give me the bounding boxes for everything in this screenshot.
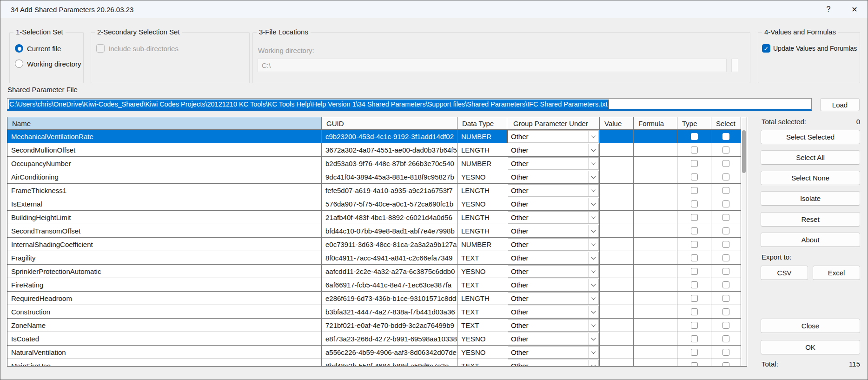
isolate-button[interactable]: Isolate: [761, 191, 860, 206]
type-checkbox[interactable]: [691, 362, 698, 367]
cell-data-type[interactable]: LENGTH: [457, 184, 507, 197]
select-checkbox[interactable]: [722, 268, 729, 275]
select-selected-button[interactable]: Select Selected: [761, 130, 860, 144]
table-row[interactable]: MainFireUse 8bd48e2b-550f-4684-b88d-a59d…: [7, 359, 741, 367]
cell-guid[interactable]: b3bfa321-4447-4a27-838a-f7b441d03a36: [322, 305, 457, 318]
cell-name[interactable]: OccupancyNumber: [7, 157, 322, 170]
cell-guid[interactable]: 8f0c4911-7acc-4941-a841-c2c66efa7349: [322, 251, 457, 264]
table-row[interactable]: AirConditioning 9dc41f04-3894-45a3-881e-…: [7, 170, 741, 184]
select-checkbox[interactable]: [722, 349, 729, 356]
select-all-button[interactable]: Select All: [761, 150, 860, 165]
select-none-button[interactable]: Select None: [761, 171, 860, 185]
select-checkbox[interactable]: [722, 187, 729, 194]
type-checkbox[interactable]: [691, 133, 698, 140]
cell-guid[interactable]: 3672a302-4a07-4551-ae00-dad0b37b64f5: [322, 143, 457, 156]
cell-name[interactable]: BuildingHeightLimit: [7, 211, 322, 224]
cell-formula[interactable]: [634, 157, 677, 170]
cell-value[interactable]: [600, 238, 634, 251]
select-checkbox[interactable]: [722, 308, 729, 315]
group-parameter-dropdown[interactable]: Other: [508, 360, 599, 367]
cell-formula[interactable]: [634, 211, 677, 224]
group-parameter-dropdown[interactable]: Other: [508, 171, 599, 183]
table-row[interactable]: Fragility 8f0c4911-7acc-4941-a841-c2c66e…: [7, 251, 741, 265]
select-checkbox[interactable]: [722, 133, 729, 140]
table-row[interactable]: FrameThickness1 fefe5d07-a619-4a10-a935-…: [7, 184, 741, 197]
cell-guid[interactable]: b2d53a03-9f76-448c-87bf-266b3e70c540: [322, 157, 457, 170]
cell-value[interactable]: [600, 143, 634, 156]
column-header-name[interactable]: Name: [7, 117, 322, 129]
type-checkbox[interactable]: [691, 227, 698, 234]
type-checkbox[interactable]: [691, 187, 698, 194]
select-checkbox[interactable]: [722, 281, 729, 288]
group-parameter-dropdown[interactable]: Other: [508, 157, 599, 170]
group-parameter-dropdown[interactable]: Other: [508, 265, 599, 278]
select-checkbox[interactable]: [722, 241, 729, 248]
cell-formula[interactable]: [634, 238, 677, 251]
cell-formula[interactable]: [634, 251, 677, 264]
cell-guid[interactable]: 576da907-5f75-40ce-a0c1-572ca690fc1b: [322, 197, 457, 210]
load-button[interactable]: Load: [820, 98, 860, 111]
type-checkbox[interactable]: [691, 281, 698, 288]
table-row[interactable]: FireRating 6af66917-fcb5-441c-8e47-1ec63…: [7, 278, 741, 292]
export-csv-button[interactable]: CSV: [761, 266, 808, 280]
select-checkbox[interactable]: [722, 173, 729, 180]
export-excel-button[interactable]: Excel: [813, 266, 860, 280]
radio-working-directory[interactable]: Working directory: [15, 60, 81, 68]
cell-formula[interactable]: [634, 278, 677, 291]
table-row[interactable]: NaturalVentilation a556c226-4b59-4906-aa…: [7, 346, 741, 359]
cell-name[interactable]: MechanicalVentilationRate: [7, 130, 322, 143]
table-row[interactable]: IsExternal 576da907-5f75-40ce-a0c1-572ca…: [7, 197, 741, 211]
cell-name[interactable]: FrameThickness1: [7, 184, 322, 197]
cell-formula[interactable]: [634, 305, 677, 318]
cell-guid[interactable]: a556c226-4b59-4906-aaf3-8d06342d07de: [322, 346, 457, 359]
select-checkbox[interactable]: [722, 227, 729, 234]
select-checkbox[interactable]: [722, 335, 729, 342]
cell-formula[interactable]: [634, 224, 677, 237]
cell-guid[interactable]: e0c73911-3d63-48cc-81ca-2a3a2a9b127a: [322, 238, 457, 251]
help-button[interactable]: ?: [815, 0, 841, 18]
cell-data-type[interactable]: TEXT: [457, 319, 507, 332]
type-checkbox[interactable]: [691, 200, 698, 207]
cell-data-type[interactable]: YESNO: [457, 170, 507, 183]
cell-formula[interactable]: [634, 359, 677, 367]
table-row[interactable]: SecondTransomOffset bfd44c10-07bb-49e8-8…: [7, 224, 741, 238]
cell-guid[interactable]: e286f619-6d73-436b-b1ce-93101571c8dd: [322, 292, 457, 305]
cell-data-type[interactable]: LENGTH: [457, 211, 507, 224]
group-parameter-dropdown[interactable]: Other: [508, 279, 599, 291]
radio-current-file[interactable]: Current file: [15, 44, 61, 53]
type-checkbox[interactable]: [691, 214, 698, 221]
cell-data-type[interactable]: YESNO: [457, 346, 507, 359]
table-row[interactable]: IsCoated e8f73a23-266d-4272-b991-69598aa…: [7, 332, 741, 346]
close-button[interactable]: Close: [761, 319, 860, 333]
cell-name[interactable]: IsCoated: [7, 332, 322, 345]
table-scrollbar[interactable]: [741, 117, 747, 366]
cell-value[interactable]: [600, 359, 634, 367]
type-checkbox[interactable]: [691, 241, 698, 248]
cell-data-type[interactable]: LENGTH: [457, 143, 507, 156]
cell-guid[interactable]: aafcdd11-2c2e-4a32-a27a-6c3875c6ddb0: [322, 265, 457, 278]
cell-guid[interactable]: 6af66917-fcb5-441c-8e47-1ec63ce387fa: [322, 278, 457, 291]
shared-parameter-file-input[interactable]: C:\Users\chris\OneDrive\Kiwi-Codes_Share…: [7, 98, 812, 111]
column-header-data-type[interactable]: Data Type: [457, 117, 507, 129]
table-row[interactable]: SecondMullionOffset 3672a302-4a07-4551-a…: [7, 143, 741, 157]
column-header-group-parameter[interactable]: Group Parameter Under: [507, 117, 600, 129]
cell-data-type[interactable]: YESNO: [457, 332, 507, 345]
cell-data-type[interactable]: YESNO: [457, 197, 507, 210]
cell-value[interactable]: [600, 130, 634, 143]
select-checkbox[interactable]: [722, 254, 729, 261]
type-checkbox[interactable]: [691, 335, 698, 342]
cell-formula[interactable]: [634, 130, 677, 143]
cell-name[interactable]: AirConditioning: [7, 170, 322, 183]
table-row[interactable]: BuildingHeightLimit 21afb40f-483f-4bc1-8…: [7, 211, 741, 224]
group-parameter-dropdown[interactable]: Other: [508, 238, 599, 251]
title-bar[interactable]: 34 Add Shared Parameters 20.26.03.23 ? ✕: [0, 0, 868, 18]
group-parameter-dropdown[interactable]: Other: [508, 130, 599, 143]
cell-name[interactable]: RequiredHeadroom: [7, 292, 322, 305]
cell-value[interactable]: [600, 211, 634, 224]
scrollbar-thumb[interactable]: [742, 130, 746, 173]
cell-value[interactable]: [600, 332, 634, 345]
type-checkbox[interactable]: [691, 268, 698, 275]
cell-name[interactable]: IsExternal: [7, 197, 322, 210]
select-checkbox[interactable]: [722, 214, 729, 221]
table-row[interactable]: OccupancyNumber b2d53a03-9f76-448c-87bf-…: [7, 157, 741, 170]
